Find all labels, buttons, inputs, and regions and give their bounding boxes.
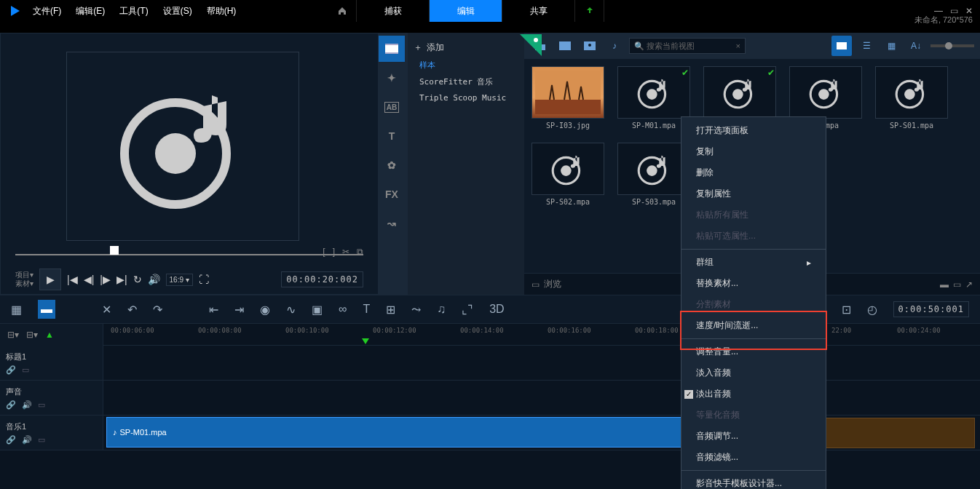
go-end-button[interactable]: ▶|	[116, 274, 127, 285]
link-icon[interactable]: 🔗	[6, 435, 16, 445]
ctx-copy[interactable]: 复制	[681, 141, 826, 162]
thumb-item[interactable]: ✔SP-M01.mpa	[617, 66, 690, 130]
mute-icon[interactable]: 🔊	[22, 400, 32, 410]
pin-icon[interactable]	[520, 34, 542, 56]
tab-media[interactable]	[379, 36, 405, 62]
record-button[interactable]: ◉	[260, 303, 270, 317]
crop-button[interactable]: ⛶	[199, 274, 209, 285]
footer-view-b[interactable]: ▭	[953, 279, 961, 290]
filter-video-button[interactable]	[555, 36, 575, 56]
scan-button[interactable]: ⌞⌝	[462, 303, 473, 317]
upload-button[interactable]	[575, 0, 604, 22]
ctx-fade-in[interactable]: 淡入音频	[681, 362, 826, 383]
cut-icon[interactable]: ✂	[342, 247, 349, 257]
tools-button[interactable]: ✕	[102, 303, 111, 317]
filter-audio-button[interactable]: ♪	[604, 36, 625, 56]
tree-samples[interactable]: 样本	[414, 57, 518, 73]
ctx-audio-filter[interactable]: 音频滤镜...	[681, 447, 826, 468]
track-header-music[interactable]: 音乐1 🔗🔊▭	[0, 416, 103, 450]
step-fwd-button[interactable]: |▶	[100, 274, 111, 285]
menu-help[interactable]: 帮助(H)	[207, 5, 237, 17]
footer-view-a[interactable]: ▬	[940, 279, 949, 290]
mark-in-icon[interactable]: [	[323, 247, 325, 257]
motion-button[interactable]: ⤳	[411, 303, 421, 317]
trim-in-button[interactable]: ⇤	[209, 303, 218, 317]
sort-button[interactable]: A↓	[906, 36, 926, 56]
mark-out-icon[interactable]: ]	[333, 247, 335, 257]
link-icon[interactable]: 🔗	[6, 400, 16, 410]
track-collapse-a[interactable]: ⊟▾	[7, 330, 19, 340]
storyboard-view-button[interactable]: ▦	[11, 303, 22, 317]
tree-triple-scoop[interactable]: Triple Scoop Music	[414, 90, 518, 106]
add-folder-button[interactable]: ＋添加	[414, 39, 518, 57]
play-button[interactable]: ▶	[39, 269, 61, 290]
track-collapse-b[interactable]: ⊟▾	[26, 330, 38, 340]
menu-file[interactable]: 文件(F)	[33, 5, 61, 17]
audio-wave-button[interactable]: ∿	[286, 303, 296, 317]
thumb-item[interactable]: SP-S03.mpa	[617, 143, 690, 206]
visibility-icon[interactable]: ▭	[38, 435, 45, 445]
project-mode-label[interactable]: 项目▾	[15, 271, 33, 279]
tab-graphics[interactable]: ✿	[379, 152, 405, 178]
scrubber-handle[interactable]	[110, 246, 119, 255]
copy-clip-icon[interactable]: ⧉	[357, 247, 363, 257]
trim-out-button[interactable]: ⇥	[234, 303, 244, 317]
view-list-button[interactable]: ☰	[856, 36, 877, 56]
slider-knob[interactable]	[945, 42, 952, 49]
ctx-audio-adj[interactable]: 音频调节...	[681, 426, 826, 447]
thumb-item[interactable]: SP-I03.jpg	[532, 66, 604, 130]
loop-button[interactable]: ↻	[133, 274, 142, 285]
3d-button[interactable]: 3D	[489, 303, 504, 316]
audio-clip[interactable]: ♪ SP-M01.mpa	[106, 417, 711, 448]
clear-search-icon[interactable]: ×	[736, 41, 740, 50]
browse-label[interactable]: 浏览	[544, 278, 561, 290]
mixer-button[interactable]: ♫	[437, 303, 446, 316]
visibility-icon[interactable]: ▭	[38, 400, 45, 410]
link-icon[interactable]: 🔗	[6, 365, 16, 375]
step-back-button[interactable]: ◀|	[84, 274, 95, 285]
footer-expand[interactable]: ↗	[965, 279, 973, 290]
go-start-button[interactable]: |◀	[67, 274, 78, 285]
tab-fx[interactable]: FX	[379, 181, 405, 207]
clock-button[interactable]: ◴	[867, 303, 877, 317]
visibility-icon[interactable]: ▭	[22, 365, 29, 375]
browse-mode-icon[interactable]: ▭	[532, 279, 540, 290]
ctx-open-panel[interactable]: 打开选项面板	[681, 120, 826, 141]
aspect-ratio-selector[interactable]: 16:9 ▾	[166, 274, 193, 286]
ctx-delete[interactable]: 删除	[681, 162, 826, 183]
view-grid-button[interactable]: ▦	[881, 36, 901, 56]
tab-titles-ab[interactable]: AB	[379, 94, 405, 120]
ctx-copy-attrs[interactable]: 复制属性	[681, 183, 826, 204]
tab-share[interactable]: 共享	[502, 0, 575, 22]
track-header-audio[interactable]: 声音 🔗🔊▭	[0, 381, 103, 415]
tab-transitions[interactable]: ✦	[379, 65, 405, 91]
track-header-title[interactable]: 标题1 🔗▭	[0, 346, 103, 380]
menu-tools[interactable]: 工具(T)	[119, 5, 148, 17]
material-mode-label[interactable]: 素材▾	[15, 279, 33, 288]
timeline-ruler[interactable]: 00:00:06:0000:00:08:0000:00:10:0000:00:1…	[103, 324, 980, 346]
chapter-marker-icon[interactable]	[362, 338, 369, 344]
tab-capture[interactable]: 捕获	[357, 0, 430, 22]
timeline-view-button[interactable]: ▬	[38, 300, 55, 319]
redo-button[interactable]: ↷	[153, 303, 162, 317]
ctx-fast-template[interactable]: 影音快手模板设计器...	[681, 473, 826, 489]
home-tab[interactable]	[328, 0, 357, 22]
view-thumb-button[interactable]	[831, 36, 852, 56]
tree-scorefitter[interactable]: ScoreFitter 音乐	[414, 73, 518, 90]
preview-scrubber[interactable]: [ ] ✂ ⧉	[15, 243, 363, 258]
menu-edit[interactable]: 编辑(E)	[76, 5, 105, 17]
fit-button[interactable]: ⊡	[842, 303, 851, 317]
volume-button[interactable]: 🔊	[148, 274, 160, 285]
tab-edit[interactable]: 编辑	[430, 0, 502, 22]
tab-text[interactable]: T	[379, 123, 405, 149]
thumb-item[interactable]: SP-S01.mpa	[875, 66, 948, 130]
ctx-replace[interactable]: 替换素材...	[681, 273, 826, 294]
grid-tool-button[interactable]: ⊞	[386, 303, 395, 317]
snapshot-button[interactable]: ▣	[312, 303, 323, 317]
filter-photo-button[interactable]	[580, 36, 600, 56]
thumb-item[interactable]: SP-S02.mpa	[532, 143, 604, 206]
mute-icon[interactable]: 🔊	[22, 435, 32, 445]
search-input[interactable]: 🔍 搜索当前视图×	[629, 38, 746, 54]
title-tool-button[interactable]: T	[363, 303, 370, 316]
menu-settings[interactable]: 设置(S)	[163, 5, 192, 17]
